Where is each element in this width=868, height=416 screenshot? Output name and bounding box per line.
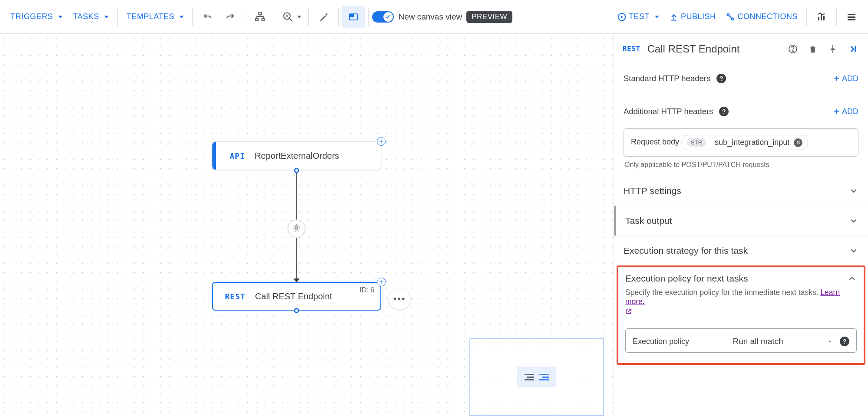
node-id-label: ID: 6 <box>360 286 374 294</box>
request-body-field[interactable]: Request body STR sub_integration_input ✕ <box>624 128 858 157</box>
chevron-up-icon[interactable] <box>847 274 857 283</box>
collapse-panel-button[interactable] <box>846 44 859 54</box>
addl-headers-label: Additional HTTP headers <box>624 107 713 116</box>
plus-icon: + <box>834 106 839 117</box>
triggers-dropdown[interactable]: TRIGGERS <box>5 8 68 26</box>
http-settings-title: HTTP settings <box>624 186 681 196</box>
templates-label: TEMPLATES <box>126 12 174 21</box>
api-node-title: ReportExternalOrders <box>255 151 340 161</box>
add-label: ADD <box>842 74 858 83</box>
task-output-section[interactable]: Task output <box>614 206 868 236</box>
exec-policy-title: Execution policy for next tasks <box>625 273 748 284</box>
http-settings-section[interactable]: HTTP settings <box>614 176 868 206</box>
wand-button[interactable] <box>312 6 335 28</box>
minimap-viewport <box>517 367 556 387</box>
toggle-knob-check-icon <box>383 12 393 22</box>
remove-chip-button[interactable]: ✕ <box>794 138 802 147</box>
api-trigger-node[interactable]: API ReportExternalOrders + <box>212 141 381 170</box>
toolbar-divider <box>368 8 369 26</box>
analytics-button[interactable] <box>810 6 833 28</box>
rest-task-node[interactable]: REST Call REST Endpoint ID: 6 + <box>212 282 381 311</box>
delete-button[interactable] <box>806 44 819 54</box>
pin-button[interactable] <box>826 44 839 54</box>
toolbar-divider <box>806 8 807 26</box>
rest-badge: REST <box>623 45 640 53</box>
toolbar-divider <box>275 8 275 26</box>
output-port[interactable] <box>294 168 299 173</box>
svg-rect-2 <box>262 18 265 20</box>
help-icon[interactable]: ? <box>716 74 726 83</box>
caret-down-icon <box>179 16 184 18</box>
svg-line-4 <box>290 18 293 21</box>
svg-rect-1 <box>256 18 259 20</box>
exec-policy-desc-text: Specify the execution policy for the imm… <box>625 288 820 297</box>
add-std-header-button[interactable]: +ADD <box>834 73 858 84</box>
canvas[interactable]: API ReportExternalOrders + REST Call RES… <box>0 34 614 416</box>
execution-policy-select[interactable]: Execution policy Run all match ? <box>625 328 857 353</box>
dropdown-caret-icon <box>827 338 833 344</box>
external-link-icon <box>625 308 632 315</box>
canvas-view-label: New canvas view <box>398 12 462 22</box>
layout-button[interactable] <box>249 6 271 28</box>
toolbar-divider <box>308 8 309 26</box>
panel-view-button[interactable] <box>342 6 365 28</box>
output-port[interactable] <box>294 308 299 313</box>
policy-legend: Execution policy <box>633 337 689 346</box>
panel-body: Standard HTTP headers? +ADD Additional H… <box>614 64 868 416</box>
svg-rect-17 <box>848 19 855 20</box>
connections-label: CONNECTIONS <box>737 12 798 21</box>
svg-rect-0 <box>259 12 262 14</box>
request-body-legend: Request body <box>631 138 679 146</box>
play-circle-icon <box>617 13 626 21</box>
minimap[interactable] <box>469 338 604 416</box>
svg-rect-16 <box>848 16 855 18</box>
add-addl-header-button[interactable]: +ADD <box>834 106 858 117</box>
add-node-button[interactable]: + <box>377 278 386 286</box>
chevron-down-icon <box>849 186 858 196</box>
std-headers-label: Standard HTTP headers <box>624 74 710 83</box>
caret-down-icon <box>58 16 63 18</box>
caret-down-icon <box>297 16 301 18</box>
node-more-button[interactable]: ••• <box>389 288 410 310</box>
task-output-title: Task output <box>625 216 672 226</box>
add-node-button[interactable]: + <box>377 137 386 146</box>
svg-rect-8 <box>350 15 353 16</box>
edge-settings-button[interactable] <box>287 219 306 238</box>
redo-button[interactable] <box>219 6 241 28</box>
api-badge: API <box>230 151 245 161</box>
connections-button[interactable]: CONNECTIONS <box>721 8 803 26</box>
panel-header: REST Call REST Endpoint <box>614 34 868 64</box>
toolbar-divider <box>245 8 245 26</box>
canvas-view-toggle[interactable] <box>372 11 394 23</box>
svg-rect-12 <box>818 17 819 20</box>
panel-title: Call REST Endpoint <box>647 43 779 55</box>
test-dropdown[interactable]: TEST <box>612 8 664 26</box>
test-label: TEST <box>629 12 650 21</box>
templates-dropdown[interactable]: TEMPLATES <box>121 8 189 26</box>
help-icon[interactable]: ? <box>840 337 849 346</box>
rest-badge: REST <box>225 292 245 301</box>
exec-strategy-section[interactable]: Execution strategy for this task <box>614 236 868 265</box>
toolbar-divider <box>338 8 339 26</box>
toolbar-divider <box>836 8 837 26</box>
toolbar-divider <box>117 8 118 26</box>
caret-down-icon <box>104 16 109 18</box>
request-body-helper: Only applicable to POST/PUT/PATCH reques… <box>614 159 868 176</box>
connections-icon <box>726 13 735 21</box>
triggers-label: TRIGGERS <box>10 12 53 21</box>
upload-icon <box>670 13 678 21</box>
node-accent <box>212 142 216 170</box>
zoom-dropdown[interactable] <box>279 11 305 23</box>
help-icon[interactable]: ? <box>719 107 729 116</box>
help-button[interactable] <box>786 44 799 54</box>
undo-button[interactable] <box>196 6 219 28</box>
menu-button[interactable] <box>840 6 863 28</box>
publish-button[interactable]: PUBLISH <box>664 8 721 26</box>
policy-value: Run all match <box>733 337 783 346</box>
exec-strategy-title: Execution strategy for this task <box>624 246 748 256</box>
svg-rect-14 <box>823 16 825 20</box>
chevron-down-icon <box>849 216 858 226</box>
tasks-dropdown[interactable]: TASKS <box>68 8 114 26</box>
exec-policy-description: Specify the execution policy for the imm… <box>625 288 857 317</box>
variable-chip[interactable]: STR sub_integration_input ✕ <box>681 135 808 150</box>
